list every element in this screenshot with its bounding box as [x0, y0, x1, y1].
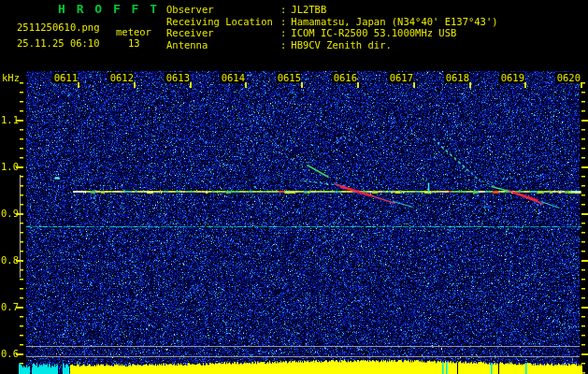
echo-count: 13 — [128, 37, 140, 49]
info-row-antenna: Antenna:HB9CV Zenith dir. — [166, 39, 498, 51]
observation-info: Observer:JL2TBB Receiving Location:Hamam… — [166, 4, 498, 50]
info-label: Observer — [166, 4, 280, 15]
time-tick-label: 0613 — [165, 72, 190, 83]
time-tick-label: 0617 — [388, 72, 413, 83]
app-title: H R O F F T — [58, 4, 159, 15]
freq-axis-unit: kHz — [2, 72, 20, 83]
info-label: Antenna — [166, 39, 280, 50]
info-row-receiver: Receiver:ICOM IC-R2500 53.1000MHz USB — [166, 27, 498, 39]
info-row-location: Receiving Location:Hamamatsu, Japan (N34… — [166, 16, 498, 28]
info-value: HB9CV Zenith dir. — [291, 39, 391, 50]
info-value: JL2TBB — [291, 4, 326, 15]
output-filename: 2511250610.png — [17, 22, 100, 33]
info-separator: : — [280, 4, 286, 15]
freq-tick-label: 0.7 — [0, 301, 19, 312]
freq-tick-label: 0.6 — [0, 348, 19, 359]
info-value: Hamamatsu, Japan (N34°40' E137°43') — [291, 16, 497, 27]
datetime-label: 25.11.25 06:10 — [17, 37, 100, 49]
time-tick-label: 0619 — [499, 72, 524, 83]
info-label: Receiving Location — [166, 16, 280, 27]
time-tick-label: 0614 — [220, 72, 245, 83]
time-tick-label: 0611 — [52, 72, 78, 83]
time-tick-label: 0615 — [276, 72, 301, 83]
info-value: ICOM IC-R2500 53.1000MHz USB — [291, 27, 456, 38]
freq-tick-label: 1.1 — [0, 114, 19, 125]
info-separator: : — [280, 16, 286, 27]
info-separator: : — [280, 27, 286, 38]
info-separator: : — [280, 39, 286, 50]
spectrogram-canvas — [0, 0, 588, 374]
time-tick-label: 0620 — [555, 72, 581, 83]
mode-label: meteor — [116, 26, 151, 37]
time-tick-label: 0618 — [444, 72, 469, 83]
freq-tick-label: 0.9 — [0, 208, 19, 219]
time-tick-label: 0612 — [108, 72, 134, 83]
freq-tick-label: 1.0 — [0, 161, 19, 172]
info-label: Receiver — [166, 27, 280, 38]
info-row-observer: Observer:JL2TBB — [166, 4, 498, 16]
time-tick-label: 0616 — [332, 72, 357, 83]
hrofft-window: H R O F F T 2511250610.png meteor 25.11.… — [0, 0, 588, 374]
freq-tick-label: 0.8 — [0, 254, 19, 266]
